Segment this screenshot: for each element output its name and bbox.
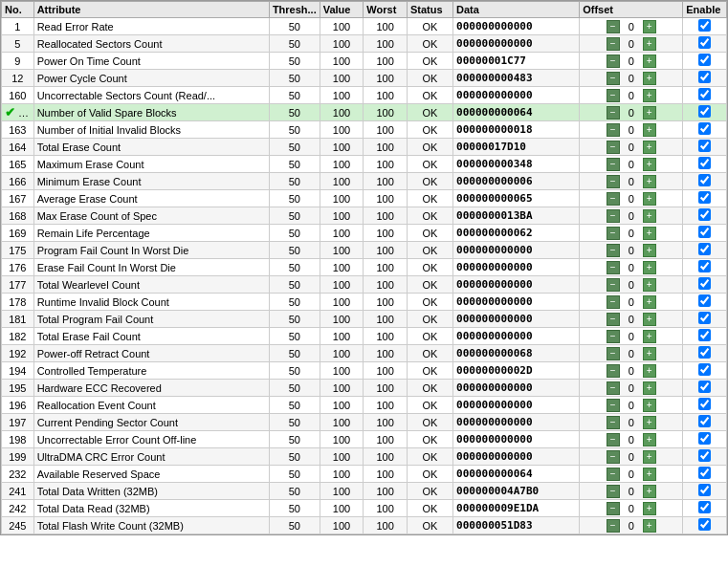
- threshold-value: 50: [269, 87, 320, 104]
- offset-decrement-button[interactable]: −: [607, 209, 620, 223]
- offset-decrement-button[interactable]: −: [607, 364, 620, 378]
- offset-decrement-button[interactable]: −: [607, 399, 620, 412]
- offset-decrement-button[interactable]: −: [607, 141, 620, 154]
- offset-decrement-button[interactable]: −: [607, 72, 620, 85]
- offset-cell: −0+: [580, 139, 683, 156]
- enable-checkbox[interactable]: [698, 277, 711, 290]
- offset-decrement-button[interactable]: −: [607, 450, 620, 464]
- offset-increment-button[interactable]: +: [643, 175, 656, 188]
- enable-checkbox[interactable]: [698, 140, 711, 152]
- offset-decrement-button[interactable]: −: [607, 106, 620, 120]
- offset-decrement-button[interactable]: −: [607, 20, 620, 33]
- offset-decrement-button[interactable]: −: [607, 244, 620, 257]
- enable-checkbox[interactable]: [698, 501, 711, 513]
- enable-checkbox[interactable]: [698, 449, 711, 462]
- offset-increment-button[interactable]: +: [643, 519, 656, 533]
- enable-checkbox[interactable]: [698, 19, 711, 32]
- offset-increment-button[interactable]: +: [643, 106, 656, 120]
- attribute-name: Power On Time Count: [33, 53, 269, 70]
- offset-decrement-button[interactable]: −: [607, 158, 620, 171]
- offset-decrement-button[interactable]: −: [607, 330, 620, 343]
- enable-checkbox[interactable]: [698, 191, 711, 204]
- offset-increment-button[interactable]: +: [643, 89, 656, 102]
- offset-increment-button[interactable]: +: [643, 313, 656, 326]
- offset-increment-button[interactable]: +: [643, 261, 656, 274]
- enable-checkbox[interactable]: [698, 432, 711, 445]
- enable-checkbox[interactable]: [698, 226, 711, 238]
- enable-checkbox[interactable]: [698, 208, 711, 221]
- enable-checkbox[interactable]: [698, 54, 711, 66]
- offset-increment-button[interactable]: +: [643, 72, 656, 85]
- enable-checkbox[interactable]: [698, 174, 711, 186]
- enable-checkbox[interactable]: [698, 346, 711, 359]
- offset-increment-button[interactable]: +: [643, 416, 656, 429]
- enable-checkbox[interactable]: [698, 157, 711, 169]
- offset-value: 0: [622, 245, 641, 256]
- enable-checkbox[interactable]: [698, 518, 711, 531]
- offset-decrement-button[interactable]: −: [607, 192, 620, 206]
- enable-checkbox[interactable]: [698, 363, 711, 376]
- enable-checkbox[interactable]: [698, 312, 711, 324]
- offset-decrement-button[interactable]: −: [607, 485, 620, 498]
- status-badge: OK: [408, 483, 453, 500]
- enable-checkbox[interactable]: [698, 398, 711, 410]
- offset-increment-button[interactable]: +: [643, 123, 656, 137]
- offset-decrement-button[interactable]: −: [607, 175, 620, 188]
- offset-increment-button[interactable]: +: [643, 502, 656, 515]
- offset-decrement-button[interactable]: −: [607, 416, 620, 429]
- enable-checkbox[interactable]: [698, 243, 711, 255]
- status-badge: OK: [408, 380, 453, 397]
- offset-increment-button[interactable]: +: [643, 381, 656, 395]
- offset-decrement-button[interactable]: −: [607, 433, 620, 446]
- offset-increment-button[interactable]: +: [643, 192, 656, 206]
- offset-increment-button[interactable]: +: [643, 209, 656, 223]
- offset-decrement-button[interactable]: −: [607, 313, 620, 326]
- offset-decrement-button[interactable]: −: [607, 468, 620, 481]
- enable-checkbox[interactable]: [698, 294, 711, 307]
- enable-checkbox[interactable]: [698, 36, 711, 49]
- enable-checkbox[interactable]: [698, 71, 711, 83]
- threshold-value: 50: [269, 362, 320, 380]
- offset-increment-button[interactable]: +: [643, 450, 656, 464]
- offset-decrement-button[interactable]: −: [607, 502, 620, 515]
- offset-decrement-button[interactable]: −: [607, 89, 620, 102]
- offset-decrement-button[interactable]: −: [607, 227, 620, 240]
- offset-value: 0: [622, 348, 641, 359]
- offset-increment-button[interactable]: +: [643, 295, 656, 309]
- enable-checkbox[interactable]: [698, 88, 711, 100]
- offset-increment-button[interactable]: +: [643, 433, 656, 446]
- enable-checkbox[interactable]: [698, 105, 711, 118]
- offset-increment-button[interactable]: +: [643, 20, 656, 33]
- enable-checkbox[interactable]: [698, 122, 711, 135]
- enable-checkbox[interactable]: [698, 329, 711, 341]
- offset-increment-button[interactable]: +: [643, 54, 656, 68]
- enable-checkbox[interactable]: [698, 467, 711, 479]
- offset-increment-button[interactable]: +: [643, 37, 656, 51]
- raw-data-value: 00000001C77: [453, 53, 580, 70]
- worst-value: 100: [364, 53, 408, 70]
- offset-decrement-button[interactable]: −: [607, 381, 620, 395]
- enable-checkbox[interactable]: [698, 484, 711, 496]
- offset-decrement-button[interactable]: −: [607, 261, 620, 274]
- offset-increment-button[interactable]: +: [643, 347, 656, 360]
- offset-increment-button[interactable]: +: [643, 468, 656, 481]
- enable-checkbox[interactable]: [698, 260, 711, 272]
- offset-decrement-button[interactable]: −: [607, 37, 620, 51]
- enable-checkbox[interactable]: [698, 415, 711, 427]
- offset-decrement-button[interactable]: −: [607, 295, 620, 309]
- enable-checkbox[interactable]: [698, 381, 711, 393]
- offset-increment-button[interactable]: +: [643, 399, 656, 412]
- offset-decrement-button[interactable]: −: [607, 278, 620, 292]
- offset-increment-button[interactable]: +: [643, 278, 656, 292]
- offset-increment-button[interactable]: +: [643, 158, 656, 171]
- offset-decrement-button[interactable]: −: [607, 123, 620, 137]
- offset-increment-button[interactable]: +: [643, 485, 656, 498]
- offset-decrement-button[interactable]: −: [607, 519, 620, 533]
- offset-increment-button[interactable]: +: [643, 141, 656, 154]
- offset-increment-button[interactable]: +: [643, 244, 656, 257]
- offset-increment-button[interactable]: +: [643, 330, 656, 343]
- offset-increment-button[interactable]: +: [643, 364, 656, 378]
- offset-decrement-button[interactable]: −: [607, 347, 620, 360]
- offset-increment-button[interactable]: +: [643, 227, 656, 240]
- offset-decrement-button[interactable]: −: [607, 54, 620, 68]
